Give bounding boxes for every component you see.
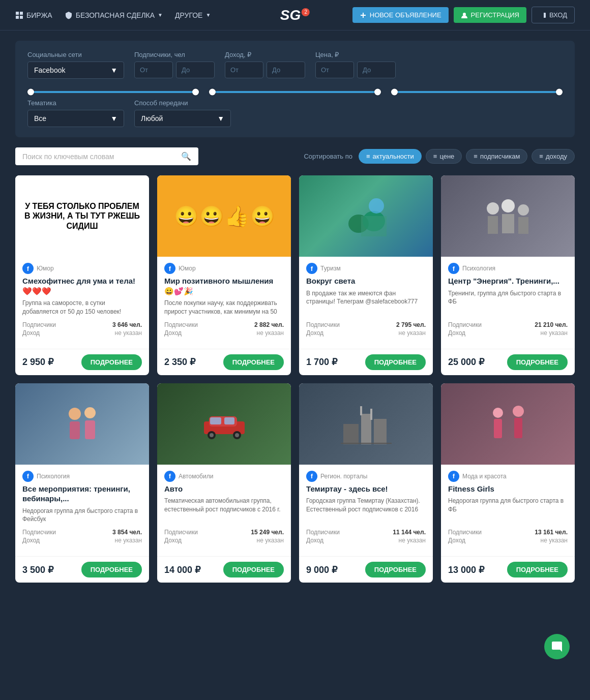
card-image-4 (15, 383, 149, 465)
detail-button[interactable]: ПОДРОБНЕЕ (507, 354, 568, 370)
card-category: Автомобили (179, 473, 213, 480)
income-label-card: Доход (22, 537, 40, 544)
sort-btn-price[interactable]: ≡ цене (426, 149, 462, 164)
svg-rect-34 (370, 409, 372, 420)
detail-button[interactable]: ПОДРОБНЕЕ (223, 354, 284, 370)
transfer-select[interactable]: Любой ▼ (134, 110, 231, 127)
detail-button[interactable]: ПОДРОБНЕЕ (81, 354, 142, 370)
svg-rect-15 (502, 214, 514, 233)
stat-row-subscribers: Подписчики 11 144 чел. (306, 529, 426, 536)
svg-rect-31 (361, 414, 371, 444)
new-listing-button[interactable]: НОВОЕ ОБЪЯВЛЕНИЕ (352, 7, 449, 23)
card-title: Вокруг света (306, 276, 426, 286)
card-image-5 (157, 383, 291, 465)
social-select[interactable]: Facebook ▼ (27, 62, 124, 79)
stat-row-subscribers: Подписчики 13 161 чел. (448, 529, 568, 536)
card-stats: Подписчики 3 854 чел. Доход не указан (22, 529, 142, 544)
card-item: f Автомобили Авто Тематическая автомобил… (157, 383, 291, 583)
card-stats: Подписчики 13 161 чел. Доход не указан (448, 529, 568, 544)
facebook-icon: f (164, 263, 175, 274)
nav-birja[interactable]: БИРЖА (15, 11, 52, 19)
card-title: Центр "Энергия". Тренинги,... (448, 276, 568, 286)
subscribers-from-input[interactable] (134, 62, 173, 78)
card-footer: 2 350 ₽ ПОДРОБНЕЕ (157, 349, 291, 375)
nav-other[interactable]: ДРУГОЕ ▼ (175, 11, 211, 19)
detail-button[interactable]: ПОДРОБНЕЕ (365, 562, 426, 577)
subscribers-range[interactable] (27, 87, 199, 97)
stat-row-income: Доход не указан (448, 329, 568, 337)
search-input[interactable] (22, 153, 181, 161)
theme-select[interactable]: Все ▼ (27, 110, 124, 127)
card-description: Городская группа Темиртау (Казахстан). Е… (306, 497, 426, 524)
income-value: не указан (399, 537, 426, 544)
card-item: f Психология Центр "Энергия". Тренинги,.… (441, 175, 575, 375)
sort-btn-relevance[interactable]: ≡ актуальности (359, 149, 422, 164)
stat-row-income: Доход не указан (22, 537, 142, 544)
card-image-3 (441, 175, 575, 257)
income-value: не указан (541, 537, 568, 544)
income-inputs (225, 62, 305, 78)
svg-rect-39 (514, 418, 522, 438)
card-category-row: f Автомобили (164, 471, 284, 482)
search-box[interactable]: 🔍 (15, 147, 198, 165)
facebook-icon: f (306, 263, 317, 274)
card-category-row: f Туризм (306, 263, 426, 274)
facebook-icon: f (164, 471, 175, 482)
header-logo[interactable]: SG 2 (280, 7, 310, 23)
card-stats: Подписчики 3 646 чел. Доход не указан (22, 321, 142, 337)
svg-rect-21 (85, 420, 95, 439)
social-label: Социальные сети (27, 51, 124, 58)
card-footer: 14 000 ₽ ПОДРОБНЕЕ (157, 556, 291, 583)
subscribers-label-card: Подписчики (22, 321, 56, 328)
stat-row-subscribers: Подписчики 2 882 чел. (164, 321, 284, 328)
subscribers-label-card: Подписчики (448, 321, 482, 328)
income-label-card: Доход (448, 537, 465, 544)
card-category-row: f Психология (448, 263, 568, 274)
sort-btn-income[interactable]: ≡ доходу (532, 149, 575, 164)
price-from-input[interactable] (315, 62, 354, 78)
detail-button[interactable]: ПОДРОБНЕЕ (507, 562, 568, 577)
card-price: 1 700 ₽ (306, 356, 337, 368)
detail-button[interactable]: ПОДРОБНЕЕ (81, 562, 142, 577)
detail-button[interactable]: ПОДРОБНЕЕ (223, 562, 284, 577)
card-item: f Психология Все мероприятия: тренинги, … (15, 383, 149, 583)
stat-row-subscribers: Подписчики 3 854 чел. (22, 529, 142, 536)
login-button[interactable]: ВХОД (532, 7, 575, 23)
subscribers-value: 2 795 чел. (396, 321, 426, 328)
filter-panel: Социальные сети Facebook ▼ Подписчики, ч… (15, 41, 575, 137)
income-from-input[interactable] (225, 62, 263, 78)
subscribers-label-card: Подписчики (448, 529, 482, 536)
income-label-card: Доход (306, 329, 323, 337)
svg-point-37 (513, 406, 524, 417)
facebook-icon: f (448, 471, 459, 482)
card-image-0: У ТЕБЯ СТОЛЬКО ПРОБЛЕМ В ЖИЗНИ, А ТЫ ТУТ… (15, 175, 149, 257)
card-description: В продаже так же имеются фан страницы! Т… (306, 289, 426, 316)
card-image-1: 😀😀👍😀 (157, 175, 291, 257)
nav-safe-deal[interactable]: БЕЗОПАСНАЯ СДЕЛКА ▼ (65, 11, 163, 19)
card-stats: Подписчики 21 210 чел. Доход не указан (448, 321, 568, 337)
stat-row-income: Доход не указан (448, 537, 568, 544)
price-inputs (315, 62, 396, 78)
theme-label: Тематика (27, 99, 124, 107)
register-button[interactable]: РЕГИСТРАЦИЯ (454, 7, 526, 23)
card-item: 😀😀👍😀 f Юмор Мир позитивного мышления 😀💕🎉… (157, 175, 291, 375)
income-range[interactable] (209, 87, 380, 97)
safe-deal-arrow: ▼ (158, 12, 163, 18)
svg-rect-20 (70, 421, 80, 439)
card-stats: Подписчики 11 144 чел. Доход не указан (306, 529, 426, 544)
stat-row-income: Доход не указан (164, 329, 284, 337)
price-range[interactable] (391, 87, 563, 97)
header-nav: БИРЖА БЕЗОПАСНАЯ СДЕЛКА ▼ ДРУГОЕ ▼ (15, 11, 211, 19)
filter-group-subscribers: Подписчики, чел (134, 51, 215, 78)
income-to-input[interactable] (267, 62, 305, 78)
card-image-6 (299, 383, 433, 465)
sort-btn-subscribers[interactable]: ≡ подписчикам (466, 149, 527, 164)
subscribers-to-input[interactable] (176, 62, 215, 78)
detail-button[interactable]: ПОДРОБНЕЕ (365, 354, 426, 370)
card-footer: 9 000 ₽ ПОДРОБНЕЕ (299, 556, 433, 583)
card-description: После покупки научу, как поддерживать пр… (164, 299, 284, 316)
card-price: 14 000 ₽ (164, 564, 200, 575)
price-to-input[interactable] (357, 62, 396, 78)
card-description: Недорогая группа для быстрого старта в Ф… (448, 497, 568, 524)
income-label-card: Доход (22, 329, 40, 337)
